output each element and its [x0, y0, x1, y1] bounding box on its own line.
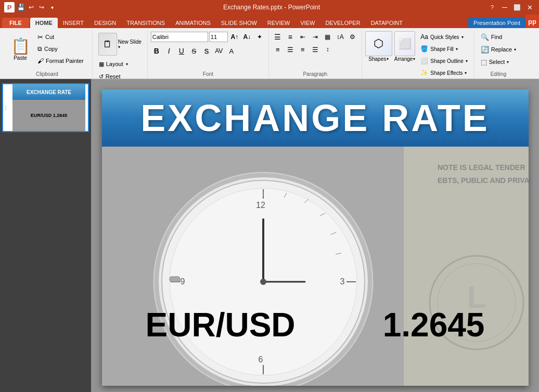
- tab-file[interactable]: FILE: [2, 18, 29, 28]
- restore-btn[interactable]: ⬜: [512, 2, 522, 12]
- paragraph-content: ☰ ≡ ⇤ ⇥ ▦ ↕A ⚙ ≡ ☰ ≡ ☰ ↕: [272, 30, 358, 70]
- thumb-rate: EUR/USD 1.2645: [31, 113, 68, 118]
- tab-animations[interactable]: ANIMATIONS: [170, 18, 216, 28]
- arrange-button[interactable]: ⬜ Arrange ▾: [394, 31, 416, 62]
- tab-view[interactable]: VIEW: [295, 18, 320, 28]
- layout-button[interactable]: ▦ Layout ▾: [96, 58, 144, 70]
- tab-review[interactable]: REVIEW: [262, 18, 295, 28]
- shadow-btn[interactable]: S: [201, 45, 212, 57]
- tab-design[interactable]: DESIGN: [89, 18, 121, 28]
- copy-icon: ⧉: [37, 45, 42, 53]
- align-left-btn[interactable]: ≡: [272, 44, 284, 55]
- select-caret: ▾: [507, 60, 509, 64]
- para-row1: ☰ ≡ ⇤ ⇥ ▦ ↕A ⚙: [272, 31, 358, 43]
- font-row2: B I U S S AV A: [151, 45, 237, 57]
- shape-fill-button[interactable]: 🪣 Shape Fill ▾: [417, 43, 470, 55]
- shape-outline-caret: ▾: [466, 59, 468, 63]
- clipboard-label: Clipboard: [5, 70, 89, 79]
- numbered-list-btn[interactable]: ≡: [285, 31, 296, 43]
- paste-button[interactable]: 📋 Paste: [7, 33, 33, 64]
- tab-slideshow[interactable]: SLIDE SHOW: [216, 18, 262, 28]
- select-button[interactable]: ⬚ Select ▾: [478, 56, 512, 68]
- strikethrough-btn[interactable]: S: [188, 45, 200, 57]
- slide-background-svg: 12 6 9 3 L NOTE IS: [102, 147, 529, 386]
- quick-undo[interactable]: ↩: [27, 3, 35, 11]
- tab-home[interactable]: HOME: [30, 18, 58, 28]
- shape-effects-caret: ▾: [465, 71, 467, 75]
- align-center-btn[interactable]: ☰: [285, 44, 296, 55]
- decrease-indent-btn[interactable]: ⇤: [297, 31, 309, 43]
- arrange-icon: ⬜: [394, 31, 415, 56]
- layout-caret: ▾: [126, 62, 128, 67]
- slide-body: 12 6 9 3 L NOTE IS: [102, 147, 529, 386]
- tab-transitions[interactable]: TRANSITIONS: [121, 18, 170, 28]
- arrange-label-row: Arrange ▾: [394, 56, 416, 62]
- copy-button[interactable]: ⧉ Copy: [34, 43, 87, 55]
- new-slide-icon: 🗒: [98, 33, 117, 56]
- shapes-label-row: Shapes ▾: [368, 56, 389, 62]
- help-btn[interactable]: ?: [487, 2, 497, 12]
- cut-button[interactable]: ✂ Cut: [34, 31, 87, 43]
- arrange-caret: ▾: [413, 57, 415, 61]
- find-button[interactable]: 🔍 Find: [478, 31, 505, 43]
- columns-btn[interactable]: ▦: [322, 31, 333, 43]
- align-right-btn[interactable]: ≡: [297, 44, 309, 55]
- replace-button[interactable]: 🔄 Replace ▾: [478, 44, 519, 55]
- cut-icon: ✂: [37, 33, 43, 41]
- slide-number: 1: [3, 104, 10, 112]
- shapes-button[interactable]: ⬡ Shapes ▾: [365, 31, 392, 62]
- editing-group: 🔍 Find 🔄 Replace ▾ ⬚ Select ▾ Editing: [474, 30, 522, 79]
- quick-styles-caret: ▾: [461, 35, 464, 40]
- bold-btn[interactable]: B: [151, 45, 162, 57]
- underline-btn[interactable]: U: [176, 45, 187, 57]
- tab-insert[interactable]: INSERT: [58, 18, 89, 28]
- currency-text: EUR/USD: [146, 306, 296, 344]
- quick-redo[interactable]: ↪: [37, 3, 46, 11]
- title-bar-left: P 💾 ↩ ↪ ▾: [4, 2, 56, 12]
- font-shrink-btn[interactable]: A↓: [241, 31, 253, 43]
- tab-pp[interactable]: Presentation Point: [468, 18, 525, 28]
- new-slide-button[interactable]: 🗒 New Slide ▾: [96, 31, 144, 57]
- paste-side: ✂ Cut ⧉ Copy 🖌 Format Painter: [34, 31, 87, 67]
- shape-effects-button[interactable]: ✨ Shape Effects ▾: [417, 67, 470, 79]
- paragraph-group: ☰ ≡ ⇤ ⇥ ▦ ↕A ⚙ ≡ ☰ ≡ ☰ ↕ Paragraph: [269, 30, 362, 79]
- italic-btn[interactable]: I: [163, 45, 175, 57]
- convert-smartart-btn[interactable]: ⚙: [347, 31, 358, 43]
- font-grow-btn[interactable]: A↑: [229, 31, 240, 43]
- format-painter-button[interactable]: 🖌 Format Painter: [34, 55, 87, 67]
- char-spacing-btn[interactable]: AV: [213, 45, 225, 57]
- shape-fill-caret: ▾: [456, 47, 458, 51]
- ribbon: 📋 Paste ✂ Cut ⧉ Copy 🖌 Format Painter: [0, 28, 539, 79]
- font-name-input[interactable]: [151, 32, 208, 42]
- quick-styles-button[interactable]: Aa Quick Styles ▾: [417, 31, 470, 43]
- slide-area[interactable]: EXCHANGE RATE: [91, 79, 539, 392]
- font-size-input[interactable]: [209, 32, 228, 42]
- text-direction-btn[interactable]: ↕A: [335, 31, 346, 43]
- title-bar: P 💾 ↩ ↪ ▾ Exchange Rates.pptx - PowerPoi…: [0, 0, 539, 15]
- shape-fill-icon: 🪣: [420, 45, 428, 53]
- clear-format-btn[interactable]: ✦: [254, 31, 265, 43]
- close-btn[interactable]: ✕: [524, 2, 535, 12]
- justify-btn[interactable]: ☰: [310, 44, 321, 55]
- format-painter-icon: 🖌: [37, 57, 44, 64]
- font-group: A↑ A↓ ✦ B I U S S AV A Font: [148, 30, 269, 79]
- tab-developer[interactable]: DEVELOPER: [320, 18, 365, 28]
- rate-text: 1.2645: [383, 306, 485, 344]
- quick-customize[interactable]: ▾: [48, 3, 56, 11]
- quick-save[interactable]: 💾: [17, 3, 25, 11]
- svg-point-14: [260, 279, 266, 285]
- app-title: Exchange Rates.pptx - PowerPoint: [56, 4, 487, 11]
- svg-text:6: 6: [258, 355, 263, 364]
- font-color-btn[interactable]: A: [226, 45, 237, 57]
- increase-indent-btn[interactable]: ⇥: [310, 31, 321, 43]
- cut-label: Cut: [45, 34, 54, 40]
- slide-title: EXCHANGE RATE: [140, 97, 490, 139]
- bullet-list-btn[interactable]: ☰: [272, 31, 284, 43]
- line-spacing-btn[interactable]: ↕: [322, 44, 333, 55]
- layout-label: Layout: [106, 61, 123, 67]
- tab-datapoint[interactable]: DATAPOINT: [366, 18, 408, 28]
- shape-outline-button[interactable]: ⬜ Shape Outline ▾: [417, 55, 470, 67]
- new-slide-texts: New Slide ▾: [118, 39, 142, 49]
- minimize-btn[interactable]: ─: [499, 2, 510, 12]
- slide-thumbnail[interactable]: 1 EXCHANGE RATE EUR/USD 1.2645: [2, 83, 89, 132]
